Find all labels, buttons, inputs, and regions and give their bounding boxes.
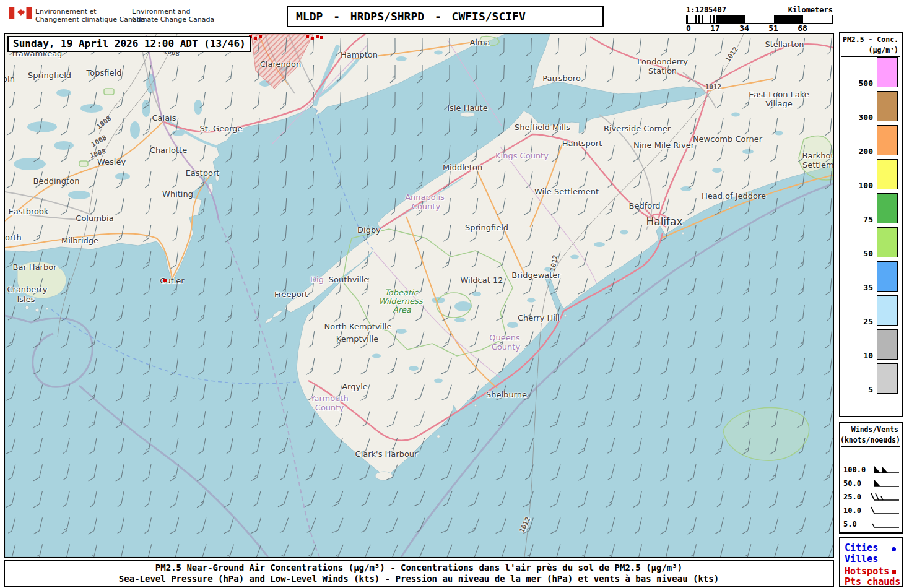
pm25-color-swatch [877,193,898,223]
scalebar-header: 1:1285407 Kilometers [686,6,833,14]
pm25-threshold-label: 35 [863,283,873,292]
wind-barb-icon [871,464,900,475]
pm25-color-swatch [877,125,898,155]
pm25-color-swatch [877,57,898,87]
logo-wordmark-en: Environment and Climate Change Canada [132,7,214,24]
scale-unit: Kilometers [788,6,833,14]
wind-legend-entry: 5.0 [840,517,902,531]
scalebar-segments [686,15,833,24]
pm25-legend-units: (µg/m³) [840,44,902,54]
pm25-color-swatch [877,227,898,257]
pm25-legend-entry: 300 [840,92,898,121]
wind-legend-entry: 10.0 [840,504,902,517]
pm25-legend-entry: 200 [840,126,898,155]
wind-barb-icon [871,519,900,530]
pm25-legend-entry: 35 [840,262,898,292]
wind-speed-label: 5.0 [843,520,857,529]
wind-speed-label: 10.0 [843,506,861,515]
scale-tick: 17 [710,24,720,33]
pm25-legend-entry: 100 [840,160,898,189]
winds-legend-units: (knots/noeuds) [840,434,902,444]
scale-tick: 68 [798,24,807,33]
canada-flag-icon [9,7,32,19]
map-geography [5,34,833,557]
map-canvas: ttawamkeagSpringfieldTopsfieldolnCalaisS… [4,33,834,558]
cities-label-en: Cities [845,542,878,553]
pm25-threshold-label: 10 [863,352,873,360]
pm25-legend-title: PM2.5 - Conc. [840,33,902,44]
logo-fr-line2: Changement climatique Canada [35,15,145,24]
winds-legend-entries: 100.050.025.010.05.0 [840,463,902,531]
wind-speed-label: 50.0 [843,479,861,488]
pm25-threshold-label: 100 [859,181,873,189]
header-band: Environnement et Changement climatique C… [0,0,904,33]
wind-barb-icon [871,505,900,516]
winds-legend-title: Winds/Vents [840,423,902,434]
pm25-color-swatch [877,159,898,189]
pm25-threshold-label: 200 [859,147,873,155]
scale-tick: 0 [686,24,691,33]
logo-en-line2: Climate Change Canada [132,15,214,24]
scale-tick: 51 [768,24,778,33]
valid-time-label: Sunday, 19 April 2026 12:00 ADT (13/46) [7,36,251,52]
map-scalebar: 1:1285407 Kilometers 017345168 [686,6,833,33]
scale-segment [803,15,832,23]
pm25-color-swatch [877,329,898,360]
logo-fr-line1: Environnement et [35,7,145,15]
legend-divider [841,446,900,447]
pm25-legend-entry: 10 [840,331,898,360]
wind-barb-icon [871,491,900,503]
hotspots-label-en: Hotspots [845,566,889,577]
pm25-legend-entry: 5 [840,365,898,394]
pm25-legend-entry: 25 [840,296,898,326]
scalebar-ticks: 017345168 [686,24,833,33]
pm25-legend-entries: 50030020010075503525105 [840,58,902,394]
scale-segment [774,15,803,23]
pm25-threshold-label: 5 [868,386,873,394]
pm25-color-swatch [877,295,898,326]
pm25-legend: PM2.5 - Conc. (µg/m³) 500300200100755035… [839,32,903,417]
wind-speed-label: 100.0 [843,465,866,474]
caption-line2: Sea-Level Pressure (hPa) and Low-Level W… [5,573,833,584]
city-dot-icon [892,547,896,551]
winds-legend: Winds/Vents (knots/noeuds) 100.050.025.0… [839,422,903,534]
cities-label-fr: Villes [845,553,878,564]
eccc-pm25-forecast-map-page: { "header": { "logo_fr_line1": "Environn… [0,0,904,588]
logo-wordmark-fr: Environnement et Changement climatique C… [35,7,145,24]
logo-en-line1: Environment and [132,7,214,15]
scale-tick: 34 [739,24,749,33]
scale-segment [745,15,774,23]
product-title: MLDP - HRDPS/SHRPD - CWFIS/SCIFV [287,6,604,27]
caption: PM2.5 Near-Ground Air Concentrations (µg… [4,560,834,587]
pm25-color-swatch [877,363,898,394]
pm25-threshold-label: 300 [859,113,873,121]
pm25-legend-entry: 50 [840,228,898,257]
wind-speed-label: 25.0 [843,493,861,501]
wind-legend-entry: 50.0 [840,477,902,490]
caption-line1: PM2.5 Near-Ground Air Concentrations (µg… [5,562,833,573]
symbols-legend: Cities Villes Hotspots Pts chauds [839,537,903,587]
pm25-legend-entry: 500 [840,58,898,87]
wind-legend-entry: 25.0 [840,490,902,504]
pm25-legend-entry: 75 [840,194,898,223]
hotspots-label-fr: Pts chauds [845,576,900,587]
wind-barb-icon [871,478,900,489]
scale-ratio: 1:1285407 [686,6,726,14]
pm25-threshold-label: 500 [859,79,873,87]
pm25-threshold-label: 50 [863,249,873,257]
scale-segment [687,15,716,23]
pm25-color-swatch [877,91,898,121]
scale-segment [716,15,745,23]
hotspot-square-icon [892,570,896,574]
pm25-color-swatch [877,261,898,292]
pm25-threshold-label: 25 [863,318,873,326]
pm25-threshold-label: 75 [863,215,873,223]
wind-legend-entry: 100.0 [840,463,902,477]
